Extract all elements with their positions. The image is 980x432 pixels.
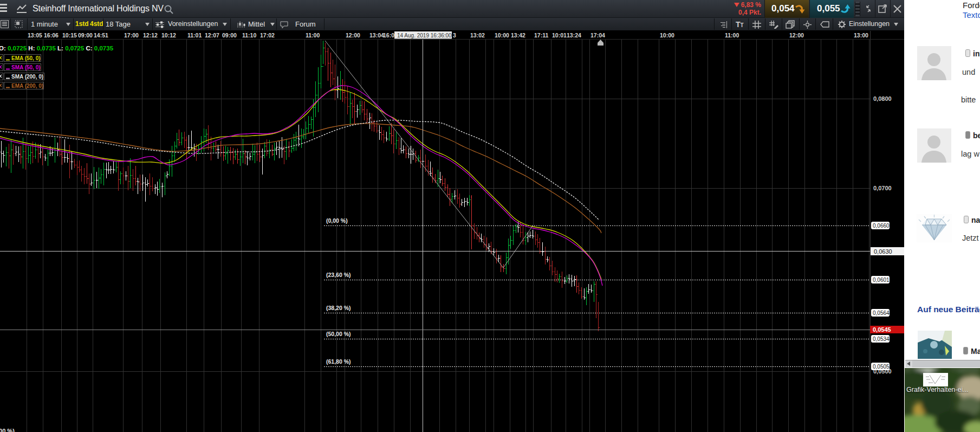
svg-text:10:15: 10:15: [62, 32, 77, 38]
svg-text:10:00: 10:00: [660, 32, 674, 38]
svg-text:12:00: 12:00: [346, 32, 360, 38]
svg-text:13:05: 13:05: [28, 32, 42, 38]
svg-text:0,0630: 0,0630: [874, 248, 892, 255]
svg-text:17:11: 17:11: [534, 32, 548, 38]
svg-text:09:00: 09:00: [222, 32, 237, 38]
svg-text:11:01: 11:01: [187, 32, 202, 38]
svg-text:O: 0,0725 H: 0,0735 L: 0,072: O: 0,0725 H: 0,0735 L: 0,0725 C: 0,0735: [0, 45, 114, 51]
svg-text:13:42: 13:42: [511, 32, 525, 38]
svg-text:17:02: 17:02: [260, 32, 275, 38]
svg-text:0,0660: 0,0660: [873, 223, 890, 229]
svg-text:13:00: 13:00: [854, 32, 868, 38]
svg-text:14 Aug. 2019 16:36:00: 14 Aug. 2019 16:36:00: [397, 33, 452, 38]
svg-text:SMA (50, 0): SMA (50, 0): [11, 65, 41, 70]
svg-text:(61,80 %): (61,80 %): [326, 358, 351, 365]
svg-text:16:06: 16:06: [44, 32, 59, 38]
svg-text:09:00: 09:00: [78, 32, 93, 38]
svg-text:13:04: 13:04: [369, 32, 384, 38]
svg-text:EMA (50, 0): EMA (50, 0): [11, 55, 41, 61]
svg-text:0,0700: 0,0700: [873, 185, 892, 191]
svg-text:SMA (200, 0): SMA (200, 0): [11, 74, 43, 80]
svg-text:(23,60 %): (23,60 %): [326, 272, 351, 278]
svg-text:0,0601: 0,0601: [873, 277, 890, 283]
svg-text:11:10: 11:10: [242, 32, 256, 38]
svg-text:(100,00 %): (100,00 %): [0, 428, 15, 432]
svg-text:14:51: 14:51: [94, 32, 108, 38]
svg-text:17:04: 17:04: [590, 32, 605, 38]
svg-text:10:12: 10:12: [161, 32, 176, 38]
svg-text:13:24: 13:24: [567, 32, 581, 38]
svg-text:EMA (200, 0): EMA (200, 0): [11, 83, 43, 89]
svg-text:0,0800: 0,0800: [873, 95, 892, 102]
svg-text:0,0534: 0,0534: [873, 336, 890, 342]
svg-text:3: 3: [453, 32, 456, 38]
svg-text:16:0: 16:0: [383, 32, 394, 38]
svg-text:0,0545: 0,0545: [873, 326, 891, 333]
svg-text:(50,00 %): (50,00 %): [326, 331, 351, 337]
svg-text:11:00: 11:00: [725, 32, 739, 38]
svg-text:17:00: 17:00: [124, 32, 139, 38]
svg-text:11:00: 11:00: [306, 32, 320, 38]
svg-text:(38,20 %): (38,20 %): [326, 305, 351, 311]
svg-text:13:02: 13:02: [470, 32, 485, 38]
svg-text:0,0564: 0,0564: [873, 310, 890, 316]
svg-text:10:00: 10:00: [495, 32, 509, 38]
svg-text:0,0505: 0,0505: [873, 364, 890, 370]
svg-text:12:12: 12:12: [143, 32, 158, 38]
svg-text:12:00: 12:00: [789, 32, 804, 38]
svg-text:10:01: 10:01: [552, 32, 567, 38]
svg-text:12:07: 12:07: [205, 32, 219, 38]
svg-text:(0,00 %): (0,00 %): [326, 217, 348, 224]
